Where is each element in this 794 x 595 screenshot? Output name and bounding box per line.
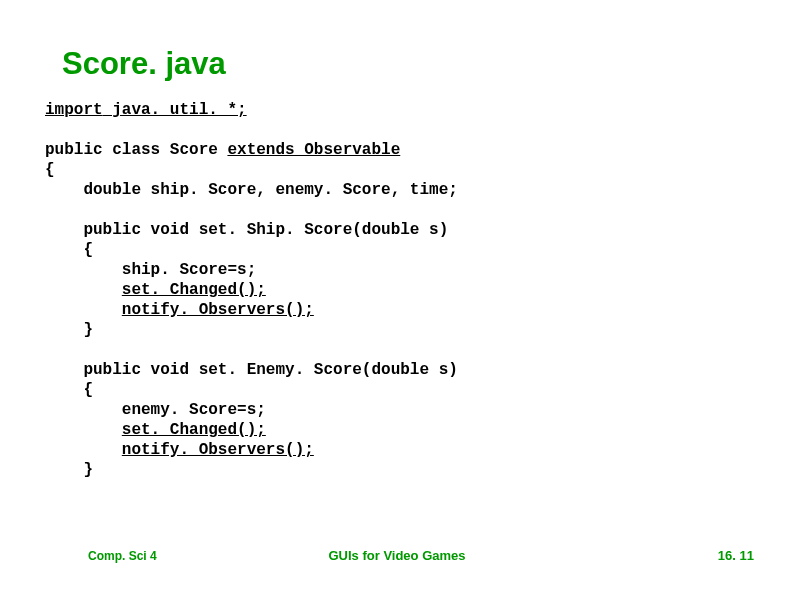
- code-indent: [45, 281, 122, 299]
- code-indent: [45, 421, 122, 439]
- code-notifyobservers: notify. Observers();: [122, 441, 314, 459]
- code-notifyobservers: notify. Observers();: [122, 301, 314, 319]
- code-indent: [45, 301, 122, 319]
- code-indent: [45, 441, 122, 459]
- footer-right: 16. 11: [718, 548, 754, 563]
- code-method2-close: }: [45, 461, 93, 479]
- code-block: import java. util. *; public class Score…: [45, 100, 458, 480]
- code-fields: double ship. Score, enemy. Score, time;: [45, 181, 458, 199]
- code-method1-open: {: [45, 241, 93, 259]
- footer-center: GUIs for Video Games: [0, 548, 794, 563]
- code-method1-close: }: [45, 321, 93, 339]
- slide-title: Score. java: [62, 46, 226, 82]
- code-method2-sig: public void set. Enemy. Score(double s): [45, 361, 458, 379]
- slide: Score. java import java. util. *; public…: [0, 0, 794, 595]
- code-extends: extends Observable: [227, 141, 400, 159]
- code-method1-body1: ship. Score=s;: [45, 261, 256, 279]
- code-import-target: java. util. *;: [103, 101, 247, 119]
- code-keyword-import: import: [45, 101, 103, 119]
- code-brace-open: {: [45, 161, 55, 179]
- code-class-decl: public class Score: [45, 141, 227, 159]
- code-setchanged: set. Changed();: [122, 281, 266, 299]
- code-setchanged: set. Changed();: [122, 421, 266, 439]
- code-method1-sig: public void set. Ship. Score(double s): [45, 221, 448, 239]
- code-method2-body1: enemy. Score=s;: [45, 401, 266, 419]
- code-method2-open: {: [45, 381, 93, 399]
